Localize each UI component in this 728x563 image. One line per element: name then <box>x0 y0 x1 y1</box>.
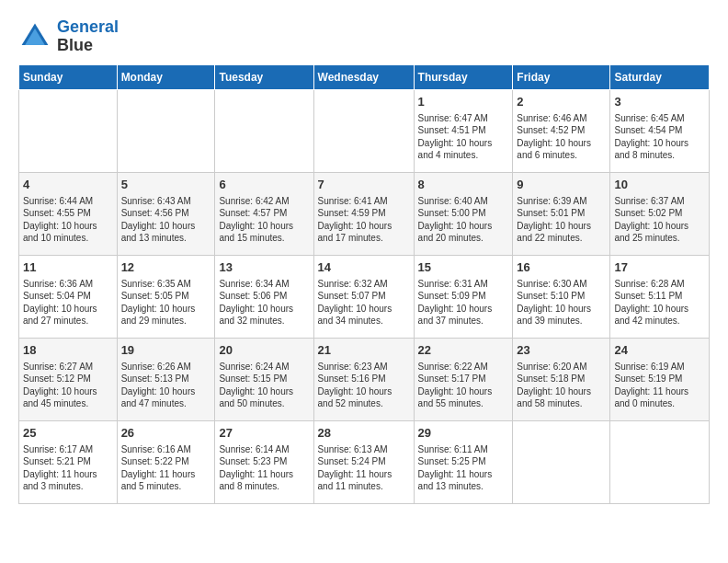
day-number: 8 <box>418 177 509 193</box>
day-number: 22 <box>418 342 509 359</box>
calendar-cell: 11Sunrise: 6:36 AM Sunset: 5:04 PM Dayli… <box>19 255 118 338</box>
header-cell-wednesday: Wednesday <box>313 64 414 89</box>
day-number: 13 <box>219 259 309 276</box>
day-info: Sunrise: 6:27 AM Sunset: 5:12 PM Dayligh… <box>23 361 113 410</box>
day-info: Sunrise: 6:28 AM Sunset: 5:11 PM Dayligh… <box>614 278 705 327</box>
header-cell-sunday: Sunday <box>19 64 118 89</box>
calendar-cell: 8Sunrise: 6:40 AM Sunset: 5:00 PM Daylig… <box>414 172 513 255</box>
day-number: 29 <box>418 425 509 442</box>
day-number: 7 <box>318 177 410 193</box>
day-info: Sunrise: 6:19 AM Sunset: 5:19 PM Dayligh… <box>614 361 705 410</box>
header-cell-thursday: Thursday <box>414 64 513 89</box>
day-info: Sunrise: 6:37 AM Sunset: 5:02 PM Dayligh… <box>614 195 705 245</box>
calendar-row: 11Sunrise: 6:36 AM Sunset: 5:04 PM Dayli… <box>19 255 710 338</box>
calendar-cell: 25Sunrise: 6:17 AM Sunset: 5:21 PM Dayli… <box>19 420 118 503</box>
calendar-cell: 29Sunrise: 6:11 AM Sunset: 5:25 PM Dayli… <box>414 420 513 503</box>
day-info: Sunrise: 6:26 AM Sunset: 5:13 PM Dayligh… <box>121 361 211 410</box>
calendar-cell: 23Sunrise: 6:20 AM Sunset: 5:18 PM Dayli… <box>513 338 610 420</box>
calendar-cell <box>117 89 215 172</box>
calendar-cell: 12Sunrise: 6:35 AM Sunset: 5:05 PM Dayli… <box>117 255 215 338</box>
header-cell-friday: Friday <box>513 64 610 89</box>
day-number: 4 <box>23 177 113 193</box>
day-number: 17 <box>614 259 705 276</box>
calendar-cell: 27Sunrise: 6:14 AM Sunset: 5:23 PM Dayli… <box>215 420 313 503</box>
calendar-header: SundayMondayTuesdayWednesdayThursdayFrid… <box>19 64 710 89</box>
calendar-cell: 22Sunrise: 6:22 AM Sunset: 5:17 PM Dayli… <box>414 338 513 420</box>
header-row: SundayMondayTuesdayWednesdayThursdayFrid… <box>19 64 710 89</box>
day-number: 14 <box>318 259 410 276</box>
calendar-cell: 16Sunrise: 6:30 AM Sunset: 5:10 PM Dayli… <box>513 255 610 338</box>
calendar-row: 25Sunrise: 6:17 AM Sunset: 5:21 PM Dayli… <box>19 420 710 503</box>
day-info: Sunrise: 6:23 AM Sunset: 5:16 PM Dayligh… <box>318 361 410 410</box>
calendar-row: 18Sunrise: 6:27 AM Sunset: 5:12 PM Dayli… <box>19 338 710 420</box>
calendar-table: SundayMondayTuesdayWednesdayThursdayFrid… <box>18 64 710 504</box>
day-number: 11 <box>23 259 113 276</box>
day-info: Sunrise: 6:41 AM Sunset: 4:59 PM Dayligh… <box>318 195 410 245</box>
calendar-cell <box>513 420 610 503</box>
calendar-cell: 17Sunrise: 6:28 AM Sunset: 5:11 PM Dayli… <box>610 255 710 338</box>
day-number: 15 <box>418 259 509 276</box>
calendar-cell <box>215 89 313 172</box>
logo-icon <box>18 20 51 53</box>
day-number: 10 <box>614 177 705 193</box>
calendar-cell: 18Sunrise: 6:27 AM Sunset: 5:12 PM Dayli… <box>19 338 118 420</box>
day-info: Sunrise: 6:22 AM Sunset: 5:17 PM Dayligh… <box>418 361 509 410</box>
day-info: Sunrise: 6:14 AM Sunset: 5:23 PM Dayligh… <box>219 443 309 493</box>
day-info: Sunrise: 6:13 AM Sunset: 5:24 PM Dayligh… <box>318 443 410 493</box>
day-number: 19 <box>121 342 211 359</box>
day-info: Sunrise: 6:45 AM Sunset: 4:54 PM Dayligh… <box>614 112 705 162</box>
logo-text: GeneralBlue <box>57 18 119 55</box>
calendar-cell: 10Sunrise: 6:37 AM Sunset: 5:02 PM Dayli… <box>610 172 710 255</box>
day-number: 28 <box>318 425 410 442</box>
day-info: Sunrise: 6:24 AM Sunset: 5:15 PM Dayligh… <box>219 361 309 410</box>
day-info: Sunrise: 6:44 AM Sunset: 4:55 PM Dayligh… <box>23 195 113 245</box>
day-info: Sunrise: 6:43 AM Sunset: 4:56 PM Dayligh… <box>121 195 211 245</box>
day-info: Sunrise: 6:31 AM Sunset: 5:09 PM Dayligh… <box>418 278 509 327</box>
day-number: 5 <box>121 177 211 193</box>
calendar-cell: 13Sunrise: 6:34 AM Sunset: 5:06 PM Dayli… <box>215 255 313 338</box>
day-number: 21 <box>318 342 410 359</box>
day-number: 18 <box>23 342 113 359</box>
header-cell-monday: Monday <box>117 64 215 89</box>
day-number: 1 <box>418 94 509 110</box>
header-cell-saturday: Saturday <box>610 64 710 89</box>
calendar-cell: 19Sunrise: 6:26 AM Sunset: 5:13 PM Dayli… <box>117 338 215 420</box>
calendar-cell: 1Sunrise: 6:47 AM Sunset: 4:51 PM Daylig… <box>414 89 513 172</box>
calendar-cell <box>19 89 118 172</box>
calendar-row: 4Sunrise: 6:44 AM Sunset: 4:55 PM Daylig… <box>19 172 710 255</box>
day-number: 23 <box>517 342 606 359</box>
day-info: Sunrise: 6:46 AM Sunset: 4:52 PM Dayligh… <box>517 112 606 162</box>
header-cell-tuesday: Tuesday <box>215 64 313 89</box>
day-info: Sunrise: 6:11 AM Sunset: 5:25 PM Dayligh… <box>418 443 509 493</box>
logo: GeneralBlue <box>18 18 119 55</box>
day-number: 3 <box>614 94 705 110</box>
day-info: Sunrise: 6:34 AM Sunset: 5:06 PM Dayligh… <box>219 278 309 327</box>
day-info: Sunrise: 6:47 AM Sunset: 4:51 PM Dayligh… <box>418 112 509 162</box>
day-number: 16 <box>517 259 606 276</box>
calendar-cell <box>313 89 414 172</box>
day-info: Sunrise: 6:30 AM Sunset: 5:10 PM Dayligh… <box>517 278 606 327</box>
day-number: 25 <box>23 425 113 442</box>
page-header: GeneralBlue <box>18 18 710 55</box>
day-number: 27 <box>219 425 309 442</box>
day-info: Sunrise: 6:16 AM Sunset: 5:22 PM Dayligh… <box>121 443 211 493</box>
calendar-cell: 26Sunrise: 6:16 AM Sunset: 5:22 PM Dayli… <box>117 420 215 503</box>
calendar-cell: 9Sunrise: 6:39 AM Sunset: 5:01 PM Daylig… <box>513 172 610 255</box>
calendar-cell: 21Sunrise: 6:23 AM Sunset: 5:16 PM Dayli… <box>313 338 414 420</box>
day-info: Sunrise: 6:40 AM Sunset: 5:00 PM Dayligh… <box>418 195 509 245</box>
calendar-cell: 5Sunrise: 6:43 AM Sunset: 4:56 PM Daylig… <box>117 172 215 255</box>
day-number: 9 <box>517 177 606 193</box>
calendar-cell: 2Sunrise: 6:46 AM Sunset: 4:52 PM Daylig… <box>513 89 610 172</box>
day-number: 6 <box>219 177 309 193</box>
day-info: Sunrise: 6:17 AM Sunset: 5:21 PM Dayligh… <box>23 443 113 493</box>
calendar-cell: 28Sunrise: 6:13 AM Sunset: 5:24 PM Dayli… <box>313 420 414 503</box>
calendar-cell: 3Sunrise: 6:45 AM Sunset: 4:54 PM Daylig… <box>610 89 710 172</box>
day-info: Sunrise: 6:39 AM Sunset: 5:01 PM Dayligh… <box>517 195 606 245</box>
day-info: Sunrise: 6:35 AM Sunset: 5:05 PM Dayligh… <box>121 278 211 327</box>
calendar-cell <box>610 420 710 503</box>
calendar-body: 1Sunrise: 6:47 AM Sunset: 4:51 PM Daylig… <box>19 89 710 503</box>
calendar-cell: 20Sunrise: 6:24 AM Sunset: 5:15 PM Dayli… <box>215 338 313 420</box>
calendar-cell: 14Sunrise: 6:32 AM Sunset: 5:07 PM Dayli… <box>313 255 414 338</box>
calendar-cell: 4Sunrise: 6:44 AM Sunset: 4:55 PM Daylig… <box>19 172 118 255</box>
calendar-cell: 24Sunrise: 6:19 AM Sunset: 5:19 PM Dayli… <box>610 338 710 420</box>
